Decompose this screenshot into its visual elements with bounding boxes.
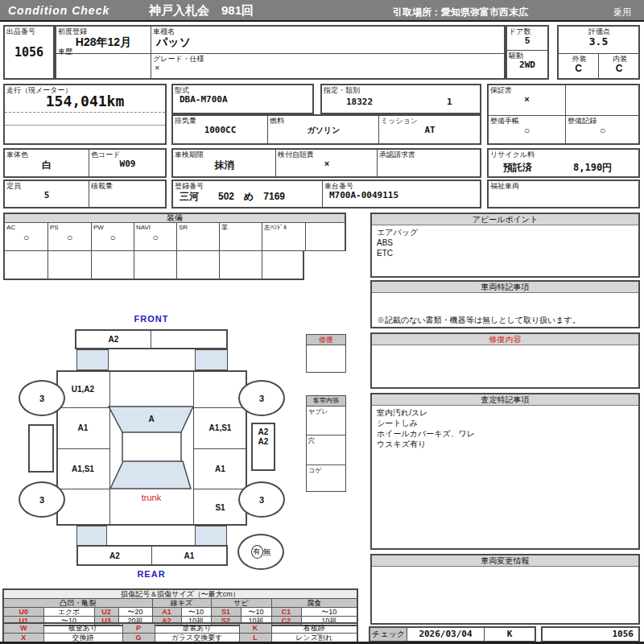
right-sill-box: A2 A2 (251, 423, 275, 471)
assessment-line: シートしみ (377, 418, 634, 428)
class-number: 18322 (346, 97, 373, 107)
repair-mark-box: 修復 (306, 334, 346, 373)
left-rear-door-damage: A1,S1 (56, 448, 109, 489)
maintenance-book-label: 整備手帳 (489, 116, 565, 125)
capacity-value: 5 (5, 190, 89, 200)
exterior-grade: C (559, 63, 598, 74)
maintenance-record-value: ○ (566, 125, 639, 136)
appeal-line: ETC (377, 248, 634, 258)
model-code-label: 型式 (173, 85, 312, 94)
windshield-damage: A (127, 409, 175, 428)
check-exhibit-number: 1056 (543, 628, 638, 641)
fuel-label: 燃料 (268, 116, 379, 125)
fuel-value: ガソリン (268, 125, 379, 136)
transmission-label: ミッション (379, 116, 481, 125)
vehicle-history-label: 車歴 (56, 47, 151, 56)
equip-label: PW (92, 223, 134, 232)
legend-value: 〜10 (181, 608, 211, 617)
class-label: 指定・類別 (322, 85, 480, 94)
model-name: パッソ (151, 35, 505, 50)
equip-label (306, 223, 345, 224)
legend-code: A1 (152, 608, 181, 617)
equip-label: AC (5, 223, 47, 232)
cabin-interior-box: 客室内張 ヤブレ 穴 コゲ (306, 395, 346, 492)
recycle-label: リサイクル料 (489, 150, 638, 159)
equipment-header: 装備 (3, 213, 346, 223)
exhibit-number-label: 出品番号 (5, 27, 53, 35)
equip-label: NAVI (134, 223, 176, 232)
right-sill-damage-1: A2 (253, 427, 274, 437)
vehicle-info-box: 初度登録 H28年12月 車種名 パッソ 車歴 グレード・仕様 × (55, 25, 506, 80)
legend-value: 看板跡 (271, 623, 357, 633)
equipment-row1: AC ○ PS ○ PW ○ NAVI ○ SR 革 左ﾊﾝﾄﾞﾙ (3, 223, 346, 251)
class-sub-number: 1 (447, 97, 452, 107)
special-notes-disclaimer: ※記載のない書類・機器等は無しとして取り扱います。 (377, 315, 634, 325)
welfare-label: 福祉車両 (489, 181, 638, 190)
repair-content-title: 修復内容 (372, 334, 638, 345)
front-right-cowl (195, 349, 228, 370)
color-code-value: W09 (89, 159, 166, 169)
maintenance-book-value: ○ (489, 125, 565, 136)
legend-code: U0 (3, 608, 43, 617)
mileage-box: 走行（現メーター） 154,041km (3, 84, 167, 145)
rear-bumper-left-damage: A2 (78, 547, 152, 564)
legend-group-scratch: 線キズ (152, 599, 211, 608)
presence-indicator: 有無 (237, 534, 284, 570)
legend-value: エクボ (43, 608, 94, 617)
rear-direction-label: REAR (119, 569, 184, 579)
transmission-value: AT (379, 125, 481, 135)
maintenance-record-label: 整備記録 (566, 116, 639, 125)
assessment-line: 室内汚れ/スレ (377, 407, 634, 418)
left-front-door-damage: A1 (56, 407, 109, 448)
insurance-label: 検付自賠責 (276, 150, 378, 159)
vehicle-change-title: 車両変更情報 (372, 555, 638, 567)
legend-code: U2 (94, 608, 118, 617)
repair-content-panel: 修復内容 (370, 332, 640, 389)
legend-value: 板金あり (43, 623, 122, 633)
car-damage-diagram: FRONT A2 U1,A2 A1 A1,S1 A1,S1 A1 S1 A tr… (16, 314, 298, 584)
insurance-value: × (276, 159, 378, 168)
approval-label: 承認請求書 (378, 150, 481, 159)
recycle-status: 預託済 (503, 161, 532, 175)
equip-label: 左ﾊﾝﾄﾞﾙ (262, 223, 305, 232)
appeal-line: ABS (377, 237, 634, 248)
front-bumper-left-damage: A2 (76, 331, 151, 348)
wheel-front-right-score: 3 (238, 380, 285, 416)
legend-value: 〜20 (118, 608, 152, 617)
presence-no: 無 (263, 547, 271, 558)
check-number-box: 1056 (541, 626, 640, 642)
damage-legend-table-2: W 板金あり P 塗装あり K 看板跡 X 交換跡 G ガラス交換要す L レン… (2, 622, 358, 643)
warranty-box: 保証書 × 整備手帳 ○ 整備記録 ○ (487, 84, 640, 145)
equipment-row2 (3, 251, 304, 280)
legend-code: P (122, 623, 155, 633)
assessment-line: ホイールカバーキズ、ワレ (377, 428, 634, 439)
doors-label: ドア数 (507, 27, 547, 35)
model-code-box: 型式 DBA-M700A (171, 84, 314, 114)
presence-yes-circled: 有 (251, 545, 263, 559)
check-inspector: K (485, 628, 535, 641)
doors-value: 5 (507, 35, 547, 45)
pickup-location: 引取場所：愛知県弥富市西末広 (393, 6, 528, 19)
equip-label: PS (48, 223, 91, 232)
drive-value: 2WD (507, 60, 547, 70)
equip-mark: ○ (48, 232, 91, 243)
inspection-label: 車検期限 (173, 150, 275, 159)
model-code: DBA-M700A (173, 94, 312, 105)
check-label: チェック (370, 628, 407, 641)
rear-bumper-right-damage: A1 (152, 547, 226, 564)
cabin-row-burn: コゲ (307, 464, 345, 491)
color-code-label: 色コード (89, 150, 166, 159)
exhibit-number-box: 出品番号 1056 (3, 25, 55, 80)
front-direction-label: FRONT (119, 314, 184, 324)
equip-label: SR (177, 223, 219, 232)
class-box: 指定・類別 18322 1 (320, 84, 481, 114)
recycle-fee: 8,190円 (573, 161, 612, 175)
assessment-line: ウスキズ有り (377, 439, 634, 449)
body-color-box: 車体色 白 色コード W09 (3, 148, 167, 178)
front-left-cowl (76, 349, 109, 370)
exterior-label: 外装 (559, 54, 598, 63)
brand-logo: Condition Check (8, 4, 109, 17)
rear-bumper: A2 A1 (76, 545, 228, 566)
legend-group-rust: サビ (211, 599, 271, 608)
cabin-row-tear: ヤブレ (307, 407, 345, 435)
